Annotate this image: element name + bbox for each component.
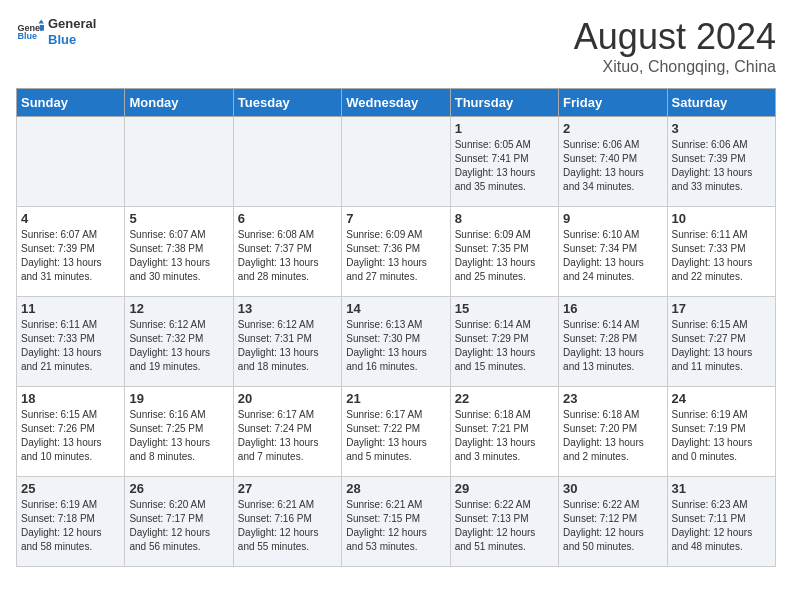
calendar-header-row: SundayMondayTuesdayWednesdayThursdayFrid…: [17, 89, 776, 117]
calendar-cell: 30Sunrise: 6:22 AM Sunset: 7:12 PM Dayli…: [559, 477, 667, 567]
day-info: Sunrise: 6:22 AM Sunset: 7:13 PM Dayligh…: [455, 498, 554, 554]
day-info: Sunrise: 6:09 AM Sunset: 7:36 PM Dayligh…: [346, 228, 445, 284]
calendar-cell: [233, 117, 341, 207]
day-header-friday: Friday: [559, 89, 667, 117]
calendar-cell: 25Sunrise: 6:19 AM Sunset: 7:18 PM Dayli…: [17, 477, 125, 567]
day-number: 20: [238, 391, 337, 406]
day-info: Sunrise: 6:08 AM Sunset: 7:37 PM Dayligh…: [238, 228, 337, 284]
day-number: 9: [563, 211, 662, 226]
day-info: Sunrise: 6:09 AM Sunset: 7:35 PM Dayligh…: [455, 228, 554, 284]
day-number: 13: [238, 301, 337, 316]
calendar-cell: 7Sunrise: 6:09 AM Sunset: 7:36 PM Daylig…: [342, 207, 450, 297]
day-info: Sunrise: 6:18 AM Sunset: 7:20 PM Dayligh…: [563, 408, 662, 464]
calendar-cell: 19Sunrise: 6:16 AM Sunset: 7:25 PM Dayli…: [125, 387, 233, 477]
calendar-cell: 31Sunrise: 6:23 AM Sunset: 7:11 PM Dayli…: [667, 477, 775, 567]
day-number: 12: [129, 301, 228, 316]
day-info: Sunrise: 6:18 AM Sunset: 7:21 PM Dayligh…: [455, 408, 554, 464]
day-info: Sunrise: 6:07 AM Sunset: 7:39 PM Dayligh…: [21, 228, 120, 284]
calendar-week-row: 25Sunrise: 6:19 AM Sunset: 7:18 PM Dayli…: [17, 477, 776, 567]
day-info: Sunrise: 6:12 AM Sunset: 7:32 PM Dayligh…: [129, 318, 228, 374]
day-number: 10: [672, 211, 771, 226]
svg-marker-3: [40, 25, 44, 31]
calendar-cell: 6Sunrise: 6:08 AM Sunset: 7:37 PM Daylig…: [233, 207, 341, 297]
day-number: 28: [346, 481, 445, 496]
calendar-cell: 13Sunrise: 6:12 AM Sunset: 7:31 PM Dayli…: [233, 297, 341, 387]
calendar-cell: 1Sunrise: 6:05 AM Sunset: 7:41 PM Daylig…: [450, 117, 558, 207]
calendar-cell: 9Sunrise: 6:10 AM Sunset: 7:34 PM Daylig…: [559, 207, 667, 297]
calendar-cell: 23Sunrise: 6:18 AM Sunset: 7:20 PM Dayli…: [559, 387, 667, 477]
logo-text-line2: Blue: [48, 32, 96, 48]
day-number: 30: [563, 481, 662, 496]
calendar-body: 1Sunrise: 6:05 AM Sunset: 7:41 PM Daylig…: [17, 117, 776, 567]
calendar-cell: 27Sunrise: 6:21 AM Sunset: 7:16 PM Dayli…: [233, 477, 341, 567]
calendar-cell: 12Sunrise: 6:12 AM Sunset: 7:32 PM Dayli…: [125, 297, 233, 387]
day-number: 8: [455, 211, 554, 226]
day-number: 7: [346, 211, 445, 226]
calendar-week-row: 11Sunrise: 6:11 AM Sunset: 7:33 PM Dayli…: [17, 297, 776, 387]
calendar-cell: 5Sunrise: 6:07 AM Sunset: 7:38 PM Daylig…: [125, 207, 233, 297]
calendar-cell: 24Sunrise: 6:19 AM Sunset: 7:19 PM Dayli…: [667, 387, 775, 477]
day-info: Sunrise: 6:06 AM Sunset: 7:40 PM Dayligh…: [563, 138, 662, 194]
calendar-cell: 17Sunrise: 6:15 AM Sunset: 7:27 PM Dayli…: [667, 297, 775, 387]
calendar-cell: 18Sunrise: 6:15 AM Sunset: 7:26 PM Dayli…: [17, 387, 125, 477]
title-block: August 2024 Xituo, Chongqing, China: [574, 16, 776, 76]
day-number: 22: [455, 391, 554, 406]
day-info: Sunrise: 6:14 AM Sunset: 7:28 PM Dayligh…: [563, 318, 662, 374]
day-header-saturday: Saturday: [667, 89, 775, 117]
calendar-cell: 29Sunrise: 6:22 AM Sunset: 7:13 PM Dayli…: [450, 477, 558, 567]
day-number: 31: [672, 481, 771, 496]
day-info: Sunrise: 6:16 AM Sunset: 7:25 PM Dayligh…: [129, 408, 228, 464]
day-number: 16: [563, 301, 662, 316]
day-info: Sunrise: 6:19 AM Sunset: 7:19 PM Dayligh…: [672, 408, 771, 464]
day-info: Sunrise: 6:15 AM Sunset: 7:27 PM Dayligh…: [672, 318, 771, 374]
day-number: 6: [238, 211, 337, 226]
day-info: Sunrise: 6:17 AM Sunset: 7:22 PM Dayligh…: [346, 408, 445, 464]
day-number: 19: [129, 391, 228, 406]
calendar-cell: 3Sunrise: 6:06 AM Sunset: 7:39 PM Daylig…: [667, 117, 775, 207]
day-number: 21: [346, 391, 445, 406]
day-info: Sunrise: 6:12 AM Sunset: 7:31 PM Dayligh…: [238, 318, 337, 374]
day-number: 29: [455, 481, 554, 496]
day-number: 25: [21, 481, 120, 496]
day-number: 5: [129, 211, 228, 226]
day-number: 2: [563, 121, 662, 136]
day-number: 4: [21, 211, 120, 226]
calendar-week-row: 4Sunrise: 6:07 AM Sunset: 7:39 PM Daylig…: [17, 207, 776, 297]
day-info: Sunrise: 6:06 AM Sunset: 7:39 PM Dayligh…: [672, 138, 771, 194]
calendar-cell: 2Sunrise: 6:06 AM Sunset: 7:40 PM Daylig…: [559, 117, 667, 207]
calendar-cell: 28Sunrise: 6:21 AM Sunset: 7:15 PM Dayli…: [342, 477, 450, 567]
day-number: 23: [563, 391, 662, 406]
day-info: Sunrise: 6:21 AM Sunset: 7:15 PM Dayligh…: [346, 498, 445, 554]
calendar-cell: 16Sunrise: 6:14 AM Sunset: 7:28 PM Dayli…: [559, 297, 667, 387]
calendar-cell: [342, 117, 450, 207]
calendar-table: SundayMondayTuesdayWednesdayThursdayFrid…: [16, 88, 776, 567]
day-header-thursday: Thursday: [450, 89, 558, 117]
day-info: Sunrise: 6:13 AM Sunset: 7:30 PM Dayligh…: [346, 318, 445, 374]
day-info: Sunrise: 6:23 AM Sunset: 7:11 PM Dayligh…: [672, 498, 771, 554]
logo-icon: General Blue: [16, 18, 44, 46]
day-header-monday: Monday: [125, 89, 233, 117]
calendar-cell: 4Sunrise: 6:07 AM Sunset: 7:39 PM Daylig…: [17, 207, 125, 297]
day-info: Sunrise: 6:17 AM Sunset: 7:24 PM Dayligh…: [238, 408, 337, 464]
day-info: Sunrise: 6:10 AM Sunset: 7:34 PM Dayligh…: [563, 228, 662, 284]
logo: General Blue General Blue: [16, 16, 96, 47]
day-info: Sunrise: 6:05 AM Sunset: 7:41 PM Dayligh…: [455, 138, 554, 194]
calendar-cell: 10Sunrise: 6:11 AM Sunset: 7:33 PM Dayli…: [667, 207, 775, 297]
calendar-cell: 11Sunrise: 6:11 AM Sunset: 7:33 PM Dayli…: [17, 297, 125, 387]
day-number: 18: [21, 391, 120, 406]
day-header-wednesday: Wednesday: [342, 89, 450, 117]
day-info: Sunrise: 6:15 AM Sunset: 7:26 PM Dayligh…: [21, 408, 120, 464]
day-header-tuesday: Tuesday: [233, 89, 341, 117]
day-info: Sunrise: 6:22 AM Sunset: 7:12 PM Dayligh…: [563, 498, 662, 554]
day-number: 3: [672, 121, 771, 136]
svg-marker-2: [38, 19, 44, 23]
day-number: 17: [672, 301, 771, 316]
calendar-cell: [17, 117, 125, 207]
day-header-sunday: Sunday: [17, 89, 125, 117]
svg-text:Blue: Blue: [17, 31, 37, 41]
calendar-cell: 15Sunrise: 6:14 AM Sunset: 7:29 PM Dayli…: [450, 297, 558, 387]
day-info: Sunrise: 6:11 AM Sunset: 7:33 PM Dayligh…: [21, 318, 120, 374]
day-number: 11: [21, 301, 120, 316]
calendar-cell: 8Sunrise: 6:09 AM Sunset: 7:35 PM Daylig…: [450, 207, 558, 297]
calendar-cell: 22Sunrise: 6:18 AM Sunset: 7:21 PM Dayli…: [450, 387, 558, 477]
